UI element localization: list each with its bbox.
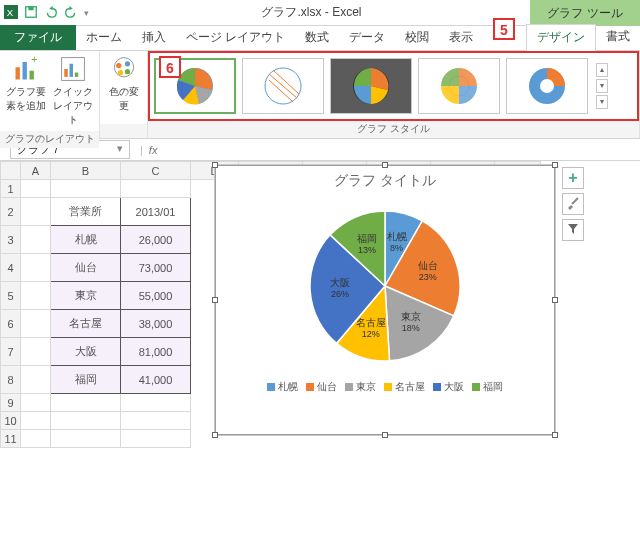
callout-5: 5 <box>493 18 515 40</box>
ribbon-body: + グラフ要素を追加 クイックレイアウト グラフのレイアウト 色の変更 <box>0 51 640 139</box>
tab-home[interactable]: ホーム <box>76 25 132 50</box>
table-cell[interactable]: 55,000 <box>121 282 191 310</box>
svg-text:札幌: 札幌 <box>387 231 407 242</box>
ribbon-tabs: ファイル ホーム 挿入 ページ レイアウト 数式 データ 校閲 表示 デザイン … <box>0 26 640 51</box>
table-cell[interactable]: 大阪 <box>51 338 121 366</box>
svg-text:仙台: 仙台 <box>418 260 438 271</box>
svg-rect-5 <box>23 62 27 80</box>
undo-icon[interactable] <box>44 5 58 21</box>
name-box-dropdown-icon[interactable]: ▾ <box>117 142 123 157</box>
table-cell[interactable]: 41,000 <box>121 366 191 394</box>
legend-item: 大阪 <box>433 380 464 394</box>
chart-style-4[interactable] <box>418 58 500 114</box>
svg-rect-11 <box>75 73 79 77</box>
window-title: グラフ.xlsx - Excel <box>93 4 530 21</box>
svg-text:東京: 東京 <box>401 311 421 322</box>
table-cell[interactable]: 名古屋 <box>51 310 121 338</box>
table-header[interactable]: 2013/01 <box>121 198 191 226</box>
col-header[interactable]: A <box>21 162 51 180</box>
fx-icon[interactable]: fx <box>149 144 158 156</box>
svg-line-39 <box>572 198 578 204</box>
title-bar: X ▾ グラフ.xlsx - Excel グラフ ツール <box>0 0 640 26</box>
worksheet-area: A B C D E F G H I 1 2 営業所 2013/01 3 札幌 2… <box>0 161 640 448</box>
group-layouts-label: グラフのレイアウト <box>0 131 99 148</box>
svg-text:福岡: 福岡 <box>357 233 377 244</box>
pie-chart[interactable]: 札幌8%仙台23%東京18%名古屋12%大阪26%福岡13% <box>285 196 485 376</box>
svg-point-26 <box>540 79 554 93</box>
svg-rect-3 <box>28 6 33 10</box>
svg-text:26%: 26% <box>331 289 349 299</box>
chart-style-3[interactable] <box>330 58 412 114</box>
svg-text:23%: 23% <box>419 272 437 282</box>
table-cell[interactable]: 81,000 <box>121 338 191 366</box>
legend-item: 福岡 <box>472 380 503 394</box>
funnel-icon <box>567 223 579 237</box>
table-header[interactable]: 営業所 <box>51 198 121 226</box>
table-cell[interactable]: 東京 <box>51 282 121 310</box>
chart-elements-button[interactable]: + <box>562 167 584 189</box>
save-icon[interactable] <box>24 5 38 21</box>
gallery-up-icon[interactable]: ▴ <box>596 63 608 77</box>
excel-icon: X <box>4 5 18 21</box>
svg-rect-10 <box>69 64 73 77</box>
svg-point-15 <box>124 69 129 74</box>
table-cell[interactable]: 仙台 <box>51 254 121 282</box>
tab-data[interactable]: データ <box>339 25 395 50</box>
tab-review[interactable]: 校閲 <box>395 25 439 50</box>
svg-text:13%: 13% <box>358 245 376 255</box>
contextual-tab-group: グラフ ツール <box>530 0 640 26</box>
tab-formulas[interactable]: 数式 <box>295 25 339 50</box>
tab-format[interactable]: 書式 <box>596 24 640 50</box>
svg-rect-4 <box>16 67 20 79</box>
legend-item: 仙台 <box>306 380 337 394</box>
svg-text:12%: 12% <box>362 329 380 339</box>
chart-style-2[interactable] <box>242 58 324 114</box>
table-cell[interactable]: 38,000 <box>121 310 191 338</box>
gallery-more-icon[interactable]: ▾ <box>596 95 608 109</box>
svg-point-13 <box>116 63 121 68</box>
quick-access-toolbar: X ▾ <box>0 5 93 21</box>
chart-side-buttons: + <box>562 167 584 241</box>
tab-page-layout[interactable]: ページ レイアウト <box>176 25 295 50</box>
chart-title[interactable]: グラフ タイトル <box>216 166 554 196</box>
table-cell[interactable]: 福岡 <box>51 366 121 394</box>
qat-more-icon[interactable]: ▾ <box>84 8 89 18</box>
quick-layout-button[interactable]: クイックレイアウト <box>53 55 94 127</box>
chart-styles-gallery: ▴ ▾ ▾ <box>148 51 639 121</box>
svg-rect-6 <box>30 71 34 80</box>
group-styles-label: グラフ スタイル <box>148 121 639 138</box>
change-colors-button[interactable]: 色の変更 <box>106 55 141 113</box>
col-header[interactable]: B <box>51 162 121 180</box>
svg-text:大阪: 大阪 <box>330 277 350 288</box>
svg-point-16 <box>117 70 122 75</box>
add-chart-element-button[interactable]: + グラフ要素を追加 <box>6 55 47 113</box>
chart-legend: 札幌仙台東京名古屋大阪福岡 <box>216 380 554 394</box>
svg-point-14 <box>124 61 129 66</box>
svg-text:+: + <box>32 55 38 65</box>
tab-design[interactable]: デザイン <box>526 24 596 51</box>
svg-text:18%: 18% <box>402 323 420 333</box>
legend-item: 東京 <box>345 380 376 394</box>
svg-text:名古屋: 名古屋 <box>356 317 386 328</box>
plus-icon: + <box>568 169 577 187</box>
table-cell[interactable]: 26,000 <box>121 226 191 254</box>
legend-item: 名古屋 <box>384 380 425 394</box>
tab-insert[interactable]: 挿入 <box>132 25 176 50</box>
redo-icon[interactable] <box>64 5 78 21</box>
select-all-corner[interactable] <box>1 162 21 180</box>
table-cell[interactable]: 73,000 <box>121 254 191 282</box>
svg-text:X: X <box>7 6 14 17</box>
chart-styles-button[interactable] <box>562 193 584 215</box>
tab-file[interactable]: ファイル <box>0 25 76 50</box>
col-header[interactable]: C <box>121 162 191 180</box>
chart-filter-button[interactable] <box>562 219 584 241</box>
tab-view[interactable]: 表示 <box>439 25 483 50</box>
svg-rect-9 <box>64 69 68 77</box>
legend-item: 札幌 <box>267 380 298 394</box>
brush-icon <box>566 196 580 212</box>
callout-6: 6 <box>159 56 181 78</box>
table-cell[interactable]: 札幌 <box>51 226 121 254</box>
chart-style-5[interactable] <box>506 58 588 114</box>
gallery-down-icon[interactable]: ▾ <box>596 79 608 93</box>
chart-object[interactable]: グラフ タイトル 札幌8%仙台23%東京18%名古屋12%大阪26%福岡13% … <box>215 165 555 435</box>
